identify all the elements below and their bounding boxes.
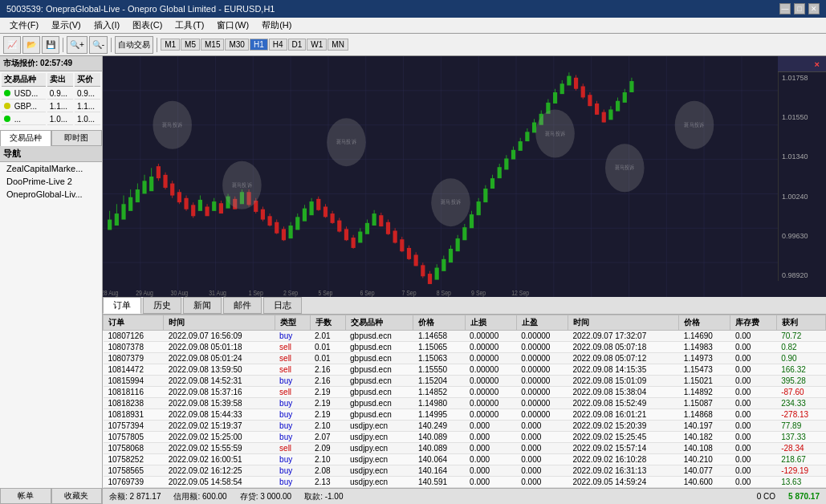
cell-type: buy	[275, 398, 310, 409]
cell-lots: 2.09	[310, 443, 345, 454]
col-time1[interactable]: 时间	[164, 315, 275, 331]
svg-rect-169	[608, 109, 612, 120]
table-row[interactable]: 10758068 2022.09.02 15:55:59 sell 2.09 u…	[104, 443, 826, 454]
chart-svg: 斑马投诉 斑马投诉 斑马投诉 斑马投诉 斑马投诉 斑马投诉 斑马投诉 28 Au…	[103, 56, 778, 297]
menu-view[interactable]: 显示(V)	[45, 18, 87, 33]
svg-text:斑马投诉: 斑马投诉	[685, 121, 705, 128]
cell-price1: 1.15063	[413, 353, 465, 364]
nav-item-2[interactable]: DooPrime-Live 2	[0, 175, 102, 188]
nav-item-1[interactable]: ZealCapitalMarke...	[0, 162, 102, 175]
cell-tp: 0.000	[516, 443, 568, 454]
mw-sell-3: 1.0...	[47, 114, 73, 125]
cell-type: sell	[275, 353, 310, 364]
orders-tab-orders[interactable]: 订单	[103, 297, 141, 314]
table-row[interactable]: 10818238 2022.09.08 15:39:58 buy 2.19 gb…	[104, 398, 826, 409]
table-row[interactable]: 10769739 2022.09.05 14:58:54 buy 2.13 us…	[104, 477, 826, 488]
col-price2[interactable]: 价格	[679, 315, 730, 331]
table-row[interactable]: 10815994 2022.09.08 14:52:31 buy 2.16 gb…	[104, 376, 826, 387]
orders-tab-news[interactable]: 新闻	[183, 297, 222, 314]
cell-profit: 137.33	[776, 432, 825, 443]
tf-mn[interactable]: MN	[328, 39, 348, 51]
orders-tabs: 订单 历史 新闻 邮件 日志	[103, 297, 826, 315]
col-swap[interactable]: 库存费	[730, 315, 776, 331]
tf-m5[interactable]: M5	[181, 39, 200, 51]
cell-sl: 0.00000	[465, 342, 516, 353]
tf-h1[interactable]: H1	[250, 39, 268, 51]
menu-help[interactable]: 帮助(H)	[255, 18, 298, 33]
col-time2[interactable]: 时间	[568, 315, 678, 331]
menu-window[interactable]: 窗口(W)	[210, 18, 255, 33]
col-tp[interactable]: 止盈	[516, 315, 568, 331]
cell-profit: -278.13	[776, 409, 825, 421]
col-id[interactable]: 订单	[104, 315, 164, 331]
nav-item-3[interactable]: OneproGlobal-Liv...	[0, 188, 102, 201]
orders-table-wrapper[interactable]: 订单 时间 类型 手数 交易品种 价格 止损 止盈 时间 价格 库存费	[103, 315, 826, 488]
tf-w1[interactable]: W1	[307, 39, 327, 51]
cell-type: buy	[275, 376, 310, 387]
table-row[interactable]: 10807126 2022.09.07 16:56:09 buy 2.01 gb…	[104, 331, 826, 342]
col-sl[interactable]: 止损	[465, 315, 516, 331]
minimize-button[interactable]: —	[779, 3, 791, 14]
menu-tools[interactable]: 工具(T)	[169, 18, 210, 33]
cell-lots: 2.10	[310, 421, 345, 432]
cell-lots: 0.01	[310, 342, 345, 353]
menu-chart[interactable]: 图表(C)	[126, 18, 169, 33]
tf-d1[interactable]: D1	[288, 39, 307, 51]
cell-id: 10815994	[104, 376, 164, 387]
nav-tab-account[interactable]: 帐单	[0, 488, 51, 504]
col-price1[interactable]: 价格	[413, 315, 465, 331]
table-row[interactable]: 10807379 2022.09.08 05:01:24 sell 0.01 g…	[104, 353, 826, 364]
orders-tab-mail[interactable]: 邮件	[223, 297, 262, 314]
table-row[interactable]: 10758252 2022.09.02 16:00:51 buy 2.10 us…	[104, 454, 826, 465]
save-button[interactable]: 💾	[42, 36, 59, 54]
mw-row-other[interactable]: ... 1.0... 1.0...	[2, 114, 100, 125]
zoom-in-button[interactable]: 🔍+	[67, 36, 87, 54]
svg-rect-159	[574, 78, 578, 89]
svg-rect-125	[456, 238, 460, 251]
tab-symbols[interactable]: 交易品种	[0, 130, 51, 146]
table-row[interactable]: 10814472 2022.09.08 13:59:50 sell 2.16 g…	[104, 364, 826, 376]
cell-type: buy	[275, 454, 310, 465]
cell-time2: 2022.09.08 15:01:09	[568, 376, 678, 387]
mw-row-usd[interactable]: USD... 0.9... 0.9...	[2, 88, 100, 100]
price-4: 1.00240	[782, 193, 823, 201]
svg-rect-45	[177, 192, 181, 202]
tab-tick-chart[interactable]: 即时图	[51, 130, 103, 146]
cell-sl: 0.000	[465, 477, 516, 488]
table-row[interactable]: 10818116 2022.09.08 15:37:16 sell 2.19 g…	[104, 387, 826, 398]
col-symbol[interactable]: 交易品种	[345, 315, 413, 331]
menu-insert[interactable]: 插入(I)	[87, 18, 126, 33]
auto-trade-button[interactable]: 自动交易	[115, 36, 153, 54]
table-row[interactable]: 10758565 2022.09.02 16:12:25 buy 2.08 us…	[104, 465, 826, 477]
svg-rect-97	[358, 232, 362, 243]
table-row[interactable]: 10757394 2022.09.02 15:19:37 buy 2.10 us…	[104, 421, 826, 432]
menu-file[interactable]: 文件(F)	[3, 18, 45, 33]
close-button[interactable]: ✕	[808, 3, 820, 14]
svg-text:斑马投诉: 斑马投诉	[615, 165, 635, 171]
cell-sl: 0.000	[465, 443, 516, 454]
svg-text:斑马投诉: 斑马投诉	[441, 199, 461, 205]
orders-tab-log[interactable]: 日志	[263, 297, 302, 314]
cell-price1: 140.089	[413, 432, 465, 443]
tf-m30[interactable]: M30	[225, 39, 248, 51]
nav-tab-favorites[interactable]: 收藏夹	[51, 488, 103, 504]
tf-m1[interactable]: M1	[161, 39, 180, 51]
svg-rect-99	[365, 223, 369, 234]
orders-tab-history[interactable]: 历史	[143, 297, 181, 314]
table-row[interactable]: 10757805 2022.09.02 15:25:00 buy 2.07 us…	[104, 432, 826, 443]
chart-close-button[interactable]: ×	[815, 59, 820, 69]
status-co: 0 CO	[757, 492, 775, 501]
new-chart-button[interactable]: 📈	[3, 36, 21, 54]
mw-row-gbp[interactable]: GBP... 1.1... 1.1...	[2, 101, 100, 112]
zoom-out-button[interactable]: 🔍-	[89, 36, 108, 54]
col-type[interactable]: 类型	[275, 315, 310, 331]
table-row[interactable]: 10818931 2022.09.08 15:44:33 buy 2.19 gb…	[104, 409, 826, 421]
tf-m15[interactable]: M15	[201, 39, 224, 51]
col-profit[interactable]: 获利	[776, 315, 825, 331]
col-lots[interactable]: 手数	[310, 315, 345, 331]
tf-h4[interactable]: H4	[269, 39, 287, 51]
open-button[interactable]: 📂	[22, 36, 40, 54]
maximize-button[interactable]: □	[794, 3, 805, 14]
svg-rect-91	[337, 221, 341, 232]
table-row[interactable]: 10807378 2022.09.08 05:01:18 sell 0.01 g…	[104, 342, 826, 353]
